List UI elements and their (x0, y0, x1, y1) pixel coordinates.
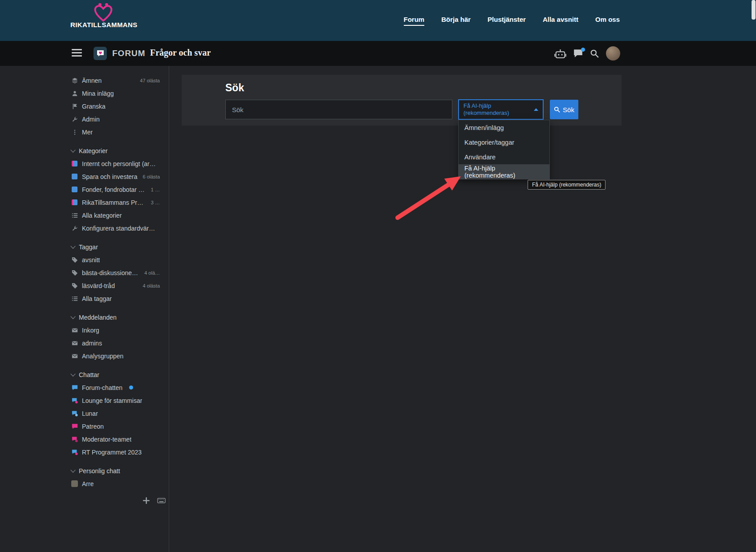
search-type-value: Få AI-hjälp (rekommenderas) (463, 102, 529, 117)
brand-logo[interactable]: RIKATILLSAMMANS (70, 2, 136, 28)
sidebar-item-label: Admin (82, 116, 100, 123)
layers-icon (71, 77, 78, 84)
category-square-icon (71, 174, 78, 179)
unread-badge: 1 … (151, 187, 160, 192)
sidebar-item-analysgruppen[interactable]: Analysgruppen (71, 349, 160, 362)
section-title: Kategorier (79, 147, 108, 154)
wrench-icon (71, 225, 78, 231)
user-icon (71, 90, 78, 97)
chat-bubble-icon (71, 449, 78, 455)
nav-forum[interactable]: Forum (404, 16, 425, 26)
sidebar-item-spara-och-investera[interactable]: Spara och investera 6 olästa (71, 170, 160, 183)
wrench-icon (71, 116, 78, 122)
nav-alla-avsnitt[interactable]: Alla avsnitt (543, 16, 578, 26)
brand-name: RIKATILLSAMMANS (70, 21, 136, 28)
section-title: Meddelanden (79, 314, 117, 321)
sidebar-item-label: Ämnen (82, 77, 102, 84)
list-icon (71, 212, 78, 219)
plus-icon[interactable] (142, 497, 150, 504)
unread-badge: 6 olästa (142, 174, 160, 179)
category-square-icon (71, 161, 78, 166)
search-input[interactable] (225, 100, 452, 119)
search-submit-button[interactable]: Sök (550, 100, 578, 119)
sidebar-item-mer[interactable]: Mer (71, 126, 160, 138)
envelope-icon (71, 353, 78, 359)
header-icons (554, 41, 620, 66)
sidebar-item-lunar[interactable]: Lunar (71, 407, 160, 420)
sidebar-item-mina-inlagg[interactable]: Mina inlägg (71, 87, 160, 100)
envelope-icon (71, 327, 78, 333)
chat-bubble-icon (71, 436, 78, 442)
chevron-down-icon (70, 314, 75, 319)
menu-option-ai-help[interactable]: Få AI-hjälp (rekommenderas) (459, 164, 549, 179)
forum-logo-icon[interactable] (93, 47, 107, 60)
sidebar-item-granska[interactable]: Granska (71, 100, 160, 113)
search-type-dropdown[interactable]: Få AI-hjälp (rekommenderas) (458, 99, 544, 120)
sidebar-item-alla-kategorier[interactable]: Alla kategorier (71, 209, 160, 222)
forum-chip-bubble-icon (96, 49, 105, 58)
chat-icon[interactable] (573, 49, 583, 58)
sidebar-item-internt[interactable]: Internt och personligt (ar… (71, 157, 160, 170)
search-button-label: Sök (563, 106, 574, 114)
sidebar-section-taggar[interactable]: Taggar (71, 240, 160, 253)
forum-header-bar: FORUM Frågor och svar (0, 41, 756, 66)
search-icon[interactable] (590, 49, 599, 58)
sidebar-item-lounge[interactable]: Lounge för stammisar (71, 394, 160, 407)
nav-om-oss[interactable]: Om oss (595, 16, 620, 26)
chevron-down-icon (70, 147, 75, 152)
sidebar-section-kategorier[interactable]: Kategorier (71, 144, 160, 157)
scrollbar[interactable] (752, 0, 756, 20)
chat-bubble-icon (71, 423, 78, 430)
sidebar-item-konfigurera[interactable]: Konfigurera standardvär… (71, 222, 160, 235)
menu-option-topics-posts[interactable]: Ämnen/inlägg (459, 120, 549, 135)
page-title: Sök (225, 82, 622, 94)
tag-icon (71, 270, 78, 276)
tooltip: Få AI-hjälp (rekommenderas) (528, 180, 606, 190)
sidebar-section-meddelanden[interactable]: Meddelanden (71, 311, 160, 324)
top-nav: Forum Börja här Plustjänster Alla avsnit… (404, 0, 620, 41)
chevron-up-icon (534, 108, 538, 111)
sidebar-item-forum-chatten[interactable]: Forum-chatten (71, 381, 160, 394)
menu-option-categories-tags[interactable]: Kategorier/taggar (459, 135, 549, 150)
sidebar-item-alla-taggar[interactable]: Alla taggar (71, 292, 160, 305)
keyboard-icon[interactable] (157, 498, 166, 503)
sidebar-item-avsnitt[interactable]: avsnitt (71, 253, 160, 266)
search-icon (554, 106, 560, 113)
sidebar-item-moderator-teamet[interactable]: Moderator-teamet (71, 433, 160, 446)
sidebar-item-patreon[interactable]: Patreon (71, 420, 160, 433)
sidebar-item-lasvard-trad[interactable]: läsvärd-tråd 4 olästa (71, 279, 160, 292)
sidebar-item-arre[interactable]: Arre (71, 477, 160, 490)
chat-bubble-icon (71, 410, 78, 417)
sidebar-section-personlig-chatt[interactable]: Personlig chatt (71, 464, 160, 477)
sidebar-item-basta-diskussioner[interactable]: bästa-diskussione… 4 olä… (71, 266, 160, 279)
sidebar-section-chattar[interactable]: Chattar (71, 368, 160, 381)
section-title: Personlig chatt (79, 467, 120, 475)
sidebar-item-admin[interactable]: Admin (71, 113, 160, 126)
sidebar-footer (142, 497, 166, 504)
sidebar-item-fonder[interactable]: Fonder, fondrobotar … 1 … (71, 183, 160, 196)
avatar[interactable] (606, 46, 620, 61)
chat-notification-dot (581, 48, 585, 52)
category-square-icon (71, 187, 78, 192)
chat-bubble-icon (71, 398, 78, 404)
sidebar-item-admins[interactable]: admins (71, 337, 160, 349)
flag-icon (71, 103, 78, 110)
robot-icon[interactable] (554, 49, 566, 58)
forum-label: FORUM (112, 49, 146, 58)
sidebar-item-rikatillsammans-pr[interactable]: RikaTillsammans Pr… 3 … (71, 196, 160, 209)
sidebar-item-label: Mina inlägg (82, 90, 114, 97)
nav-plustjanster[interactable]: Plustjänster (488, 16, 526, 26)
sidebar-item-inkorg[interactable]: Inkorg (71, 324, 160, 337)
sidebar-item-rt-programmet[interactable]: RT Programmet 2023 (71, 446, 160, 459)
nav-borja-har[interactable]: Börja här (441, 16, 471, 26)
menu-option-users[interactable]: Användare (459, 150, 549, 164)
sidebar-item-amnen[interactable]: Ämnen 47 olästa (71, 74, 160, 87)
category-square-icon (71, 199, 78, 205)
unread-badge: 47 olästa (140, 78, 160, 83)
top-header: RIKATILLSAMMANS Forum Börja här Plustjän… (0, 0, 756, 41)
sidebar: Ämnen 47 olästa Mina inlägg Granska Admi… (0, 66, 169, 552)
forum-subtitle: Frågor och svar (150, 48, 211, 58)
hamburger-menu-icon[interactable] (72, 49, 82, 57)
section-title: Chattar (79, 371, 99, 378)
sidebar-item-label: Granska (82, 103, 106, 110)
